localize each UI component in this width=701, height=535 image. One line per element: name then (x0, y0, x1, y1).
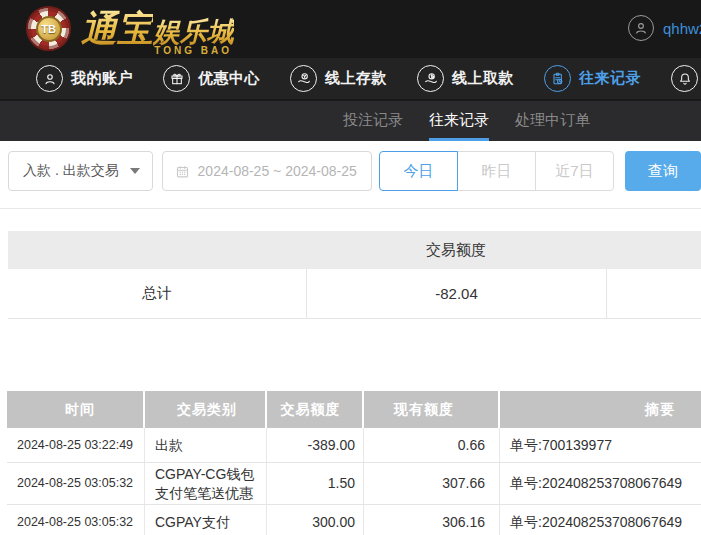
calendar-icon (175, 164, 190, 179)
brand-name-primary: 通宝 (81, 8, 153, 49)
header-time: 时间 (7, 391, 145, 428)
today-button[interactable]: 今日 (379, 151, 458, 191)
nav-item-deposit[interactable]: 线上存款 (290, 65, 387, 92)
table-header-row: 时间 交易类别 交易额度 现有额度 摘要 (7, 391, 701, 428)
quick-date-buttons: 今日 昨日 近7日 (379, 151, 614, 191)
user-avatar-icon (628, 15, 654, 41)
transaction-type-select[interactable]: 入款 . 出款交易 (8, 151, 153, 191)
cell-type: CGPAY-CG钱包支付笔笔送优惠 (145, 463, 267, 504)
brand-latin: TONG BAO (154, 46, 232, 56)
summary-total-value: -82.04 (306, 269, 606, 318)
yesterday-button[interactable]: 昨日 (457, 151, 536, 191)
gift-icon (163, 65, 190, 92)
date-range-picker[interactable]: 2024-08-25 ~ 2024-08-25 (162, 151, 372, 191)
tab-processing-orders[interactable]: 处理中订单 (515, 101, 590, 141)
brand-header: TB 通宝娱乐城 TONG BAO qhhw2 (0, 0, 701, 58)
cell-summary: 单号:202408253708067649 (500, 505, 701, 535)
table-row: 2024-08-25 03:05:32 CGPAY-CG钱包支付笔笔送优惠 1.… (7, 463, 701, 505)
nav-item-promotions[interactable]: 优惠中心 (163, 65, 260, 92)
cell-time: 2024-08-25 03:05:32 (7, 463, 145, 504)
cell-time: 2024-08-25 03:05:32 (7, 505, 145, 535)
cell-summary: 单号:202408253708067649 (500, 463, 701, 504)
tab-betting-records[interactable]: 投注记录 (343, 101, 403, 141)
cell-time: 2024-08-25 03:22:49 (7, 428, 145, 462)
date-range-value: 2024-08-25 ~ 2024-08-25 (198, 163, 357, 179)
summary-header-row: 交易额度 (8, 231, 701, 269)
withdraw-coin-icon (417, 65, 444, 92)
search-button[interactable]: 查询 (625, 151, 701, 191)
summary-header-amount: 交易额度 (306, 241, 606, 260)
brand-name-secondary: 娱乐城 (153, 17, 234, 47)
nav-item-messages[interactable]: 信息 (671, 65, 701, 92)
logo-text: 通宝娱乐城 TONG BAO (81, 11, 238, 47)
main-nav: 我的账户 优惠中心 线上存款 线上取款 (0, 58, 701, 101)
summary-table: 交易额度 总计 -82.04 (8, 231, 701, 319)
records-clipboard-icon (544, 65, 571, 92)
nav-item-withdraw[interactable]: 线上取款 (417, 65, 514, 92)
cell-type: 出款 (145, 428, 267, 462)
table-row: 2024-08-25 03:05:32 CGPAY支付 300.00 306.1… (7, 505, 701, 535)
record-tabs: 投注记录 往来记录 处理中订单 (0, 101, 701, 141)
transactions-table: 时间 交易类别 交易额度 现有额度 摘要 2024-08-25 03:22:49… (7, 391, 701, 535)
user-icon (36, 65, 63, 92)
chevron-down-icon (130, 168, 140, 174)
filter-bar: 入款 . 出款交易 2024-08-25 ~ 2024-08-25 今日 昨日 … (8, 151, 701, 191)
summary-total-label: 总计 (8, 269, 306, 318)
transaction-type-value: 入款 . 出款交易 (23, 162, 119, 180)
cell-amount: 300.00 (267, 505, 364, 535)
cell-balance: 307.66 (364, 463, 500, 504)
cell-amount: -389.00 (267, 428, 364, 462)
cell-amount: 1.50 (267, 463, 364, 504)
cell-type: CGPAY支付 (145, 505, 267, 535)
cell-balance: 306.16 (364, 505, 500, 535)
section-divider (0, 208, 701, 209)
nav-item-my-account[interactable]: 我的账户 (36, 65, 133, 92)
poker-chip-logo-icon: TB (26, 6, 71, 51)
header-type: 交易类别 (145, 391, 267, 428)
username: qhhw2 (663, 20, 701, 37)
summary-total-row: 总计 -82.04 (8, 269, 701, 319)
header-amount: 交易额度 (267, 391, 364, 428)
bell-icon (671, 65, 698, 92)
chip-badge: TB (36, 16, 62, 42)
user-account[interactable]: qhhw2 (628, 15, 701, 41)
last7days-button[interactable]: 近7日 (535, 151, 614, 191)
cell-summary: 单号:700139977 (500, 428, 701, 462)
header-balance: 现有额度 (364, 391, 500, 428)
cell-balance: 0.66 (364, 428, 500, 462)
header-summary: 摘要 (500, 391, 701, 428)
site-logo[interactable]: TB 通宝娱乐城 TONG BAO (26, 6, 238, 51)
deposit-coin-icon (290, 65, 317, 92)
nav-item-transaction-records[interactable]: 往来记录 (544, 65, 641, 92)
tab-transaction-records[interactable]: 往来记录 (429, 101, 489, 141)
table-row: 2024-08-25 03:22:49 出款 -389.00 0.66 单号:7… (7, 428, 701, 463)
